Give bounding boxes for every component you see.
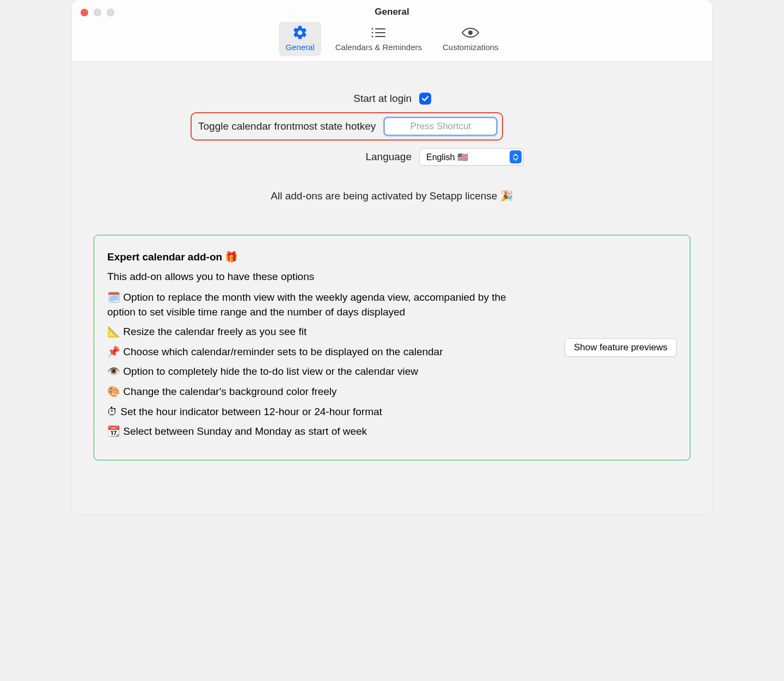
window-title: General <box>72 7 712 22</box>
hotkey-label: Toggle calendar frontmost state hotkey <box>196 120 383 132</box>
start-at-login-checkbox[interactable] <box>419 93 431 105</box>
gear-icon <box>292 25 308 40</box>
list-icon <box>370 25 387 40</box>
addon-feature-list: 🗓️ Option to replace the month view with… <box>107 290 554 439</box>
language-label: Language <box>196 151 419 163</box>
addon-title: Expert calendar add-on 🎁 <box>107 251 554 263</box>
tab-calendars-label: Calendars & Reminders <box>335 42 422 52</box>
language-value: English 🇺🇸 <box>426 152 468 162</box>
zoom-button[interactable] <box>107 9 114 16</box>
tab-general-label: General <box>285 42 314 52</box>
tab-general[interactable]: General <box>279 22 321 56</box>
hotkey-input[interactable]: Press Shortcut <box>383 117 498 136</box>
check-icon <box>421 95 429 102</box>
show-feature-previews-button[interactable]: Show feature previews <box>565 338 677 357</box>
start-at-login-label: Start at login <box>196 93 419 105</box>
addon-feature-item: 📆 Select between Sunday and Monday as st… <box>107 424 521 439</box>
eye-icon <box>461 25 480 40</box>
addon-feature-item: 🎨 Change the calendar's background color… <box>107 385 521 399</box>
setting-language: Language English 🇺🇸 <box>196 148 588 166</box>
license-status: All add-ons are being activated by Setap… <box>94 190 690 202</box>
svg-point-4 <box>372 36 373 38</box>
close-button[interactable] <box>81 9 88 16</box>
toolbar-tabs: General Calendars & Reminders <box>72 22 712 62</box>
tab-customizations[interactable]: Customizations <box>436 22 505 56</box>
svg-point-6 <box>468 31 473 35</box>
tab-customizations-label: Customizations <box>443 42 499 52</box>
chevron-updown-icon <box>510 150 522 163</box>
addon-feature-item: 👁️ Option to completely hide the to-do l… <box>107 364 521 379</box>
addon-info: Expert calendar add-on 🎁 This add-on all… <box>107 251 554 445</box>
addon-feature-item: ⏱ Set the hour indicator between 12-hour… <box>107 405 521 419</box>
addon-description: This add-on allows you to have these opt… <box>107 271 554 283</box>
svg-point-2 <box>372 32 373 34</box>
hotkey-placeholder: Press Shortcut <box>411 121 471 132</box>
titlebar: General General <box>72 0 712 62</box>
window-controls <box>81 9 114 16</box>
preferences-window: General General <box>72 0 712 515</box>
expert-addon-box: Expert calendar add-on 🎁 This add-on all… <box>94 235 690 460</box>
svg-point-0 <box>372 28 373 30</box>
content-area: Start at login Toggle calendar frontmost… <box>72 62 712 515</box>
setting-hotkey-highlight: Toggle calendar frontmost state hotkey P… <box>191 112 503 141</box>
addon-feature-item: 📌 Choose which calendar/reminder sets to… <box>107 345 521 360</box>
addon-feature-item: 📐 Resize the calendar freely as you see … <box>107 325 521 339</box>
settings-form: Start at login Toggle calendar frontmost… <box>196 93 588 166</box>
tab-calendars-reminders[interactable]: Calendars & Reminders <box>329 22 428 56</box>
minimize-button[interactable] <box>94 9 101 16</box>
addon-feature-item: 🗓️ Option to replace the month view with… <box>107 290 521 319</box>
setting-start-at-login: Start at login <box>196 93 588 105</box>
language-select[interactable]: English 🇺🇸 <box>419 148 524 166</box>
